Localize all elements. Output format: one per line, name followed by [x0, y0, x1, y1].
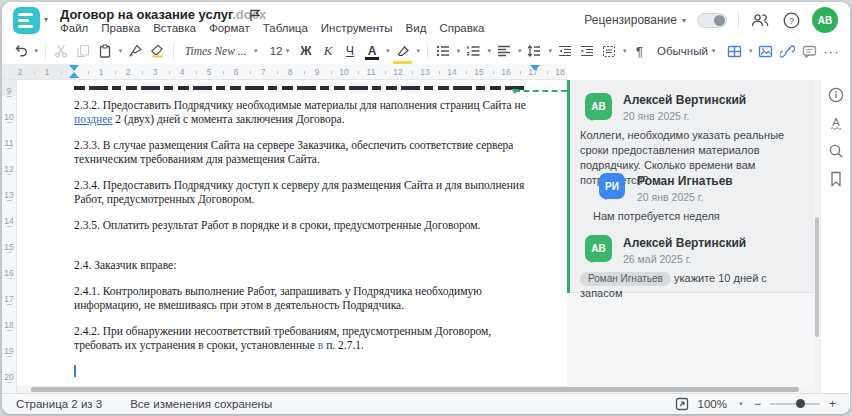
hanging-indent-marker[interactable]: [69, 72, 79, 78]
underline-button[interactable]: Ч: [339, 40, 360, 62]
bullet-list-button[interactable]: [432, 40, 453, 62]
mention-chip[interactable]: Роман Игнатьев: [580, 272, 671, 286]
highlight-color-button[interactable]: [392, 40, 413, 62]
paragraph-2-3-3: 2.3.3. В случае размещения Сайта на серв…: [74, 138, 534, 166]
paste-caret-icon[interactable]: ▾: [117, 47, 124, 55]
paragraph-borders-caret-icon[interactable]: ▾: [621, 47, 628, 55]
bookmark-icon[interactable]: [827, 170, 845, 188]
menu-edit[interactable]: Правка: [101, 22, 140, 34]
highlight-caret-icon[interactable]: ▾: [415, 47, 422, 55]
insert-comment-button[interactable]: [799, 40, 820, 62]
document-title[interactable]: Договор на оказание услуг.docx: [60, 7, 266, 22]
menu-format[interactable]: Формат: [209, 22, 250, 34]
copy-button[interactable]: [72, 40, 93, 62]
ruler-mark: 6: [234, 67, 239, 77]
insert-image-button[interactable]: [755, 40, 776, 62]
bullet-list-caret-icon[interactable]: ▾: [455, 47, 462, 55]
save-status: Все изменения сохранены: [130, 398, 272, 410]
horizontal-scrollbar[interactable]: [17, 386, 814, 393]
italic-button[interactable]: К: [317, 40, 338, 62]
spellcheck-icon[interactable]: А: [827, 114, 845, 132]
app-window: ▾ Договор на оказание услуг.docx Файл Пр…: [2, 2, 850, 414]
numbered-list-button[interactable]: [463, 40, 484, 62]
ruler-mark: 11: [367, 67, 376, 77]
review-mode-caret-icon[interactable]: ▾: [682, 16, 686, 25]
paragraph-2-3-4: 2.3.4. Предоставить Подрядчику доступ к …: [74, 178, 534, 206]
review-mode-label[interactable]: Рецензирование: [584, 13, 677, 27]
menu-help[interactable]: Справка: [439, 22, 484, 34]
format-painter-button[interactable]: [125, 40, 146, 62]
zoom-slider[interactable]: [770, 403, 820, 405]
numbered-list-caret-icon[interactable]: ▾: [486, 47, 493, 55]
insert-table-button[interactable]: [724, 40, 745, 62]
review-toggle[interactable]: [697, 13, 727, 28]
more-dots-label: ···: [823, 44, 839, 59]
zoom-slider-knob[interactable]: [796, 399, 805, 408]
align-caret-icon[interactable]: ▾: [516, 47, 523, 55]
paragraph-style-select[interactable]: Обычный ▾: [651, 45, 723, 57]
zoom-out-button[interactable]: −: [754, 397, 761, 411]
search-icon[interactable]: [827, 142, 845, 160]
ruler-mark: 10: [4, 112, 13, 122]
titlebar-right-cluster: Рецензирование ▾ ? АВ: [584, 2, 838, 38]
font-color-button[interactable]: А: [361, 40, 382, 62]
cut-button[interactable]: [50, 40, 71, 62]
ruler-mark: [7, 226, 12, 227]
ruler-mark: 3: [153, 67, 158, 77]
menu-table[interactable]: Таблица: [263, 22, 308, 34]
collaborators-icon[interactable]: [750, 10, 770, 30]
ruler-mark: 15: [4, 242, 13, 252]
status-bar: Страница 2 из 3 Все изменения сохранены …: [2, 393, 850, 414]
decrease-indent-button[interactable]: [554, 40, 575, 62]
toolbar-more-button[interactable]: ···: [821, 40, 842, 62]
comment-thread[interactable]: АВ Алексей Вертинский 20 янв 2025 г. Кол…: [567, 80, 814, 293]
font-color-caret-icon[interactable]: ▾: [384, 47, 391, 55]
page-indicator[interactable]: Страница 2 из 3: [16, 398, 102, 410]
fit-width-icon[interactable]: [675, 397, 689, 411]
zoom-value[interactable]: 100%: [698, 398, 727, 410]
ruler-mark: 20: [4, 372, 13, 382]
line-spacing-button[interactable]: [524, 40, 545, 62]
clear-style-eraser-button[interactable]: [147, 40, 168, 62]
undo-caret-icon[interactable]: ▾: [33, 47, 40, 55]
show-formatting-marks-button[interactable]: ¶: [629, 40, 650, 62]
undo-button[interactable]: [10, 40, 31, 62]
help-icon[interactable]: ?: [781, 10, 801, 30]
text-cursor: [74, 365, 76, 377]
bold-button[interactable]: Ж: [295, 40, 316, 62]
font-size-select[interactable]: 12 ▾: [267, 45, 295, 57]
info-icon[interactable]: [827, 86, 845, 104]
paragraph-borders-button[interactable]: [598, 40, 619, 62]
insert-link-button[interactable]: [777, 40, 798, 62]
menu-insert[interactable]: Вставка: [153, 22, 196, 34]
font-family-value: Times New ...: [185, 45, 251, 57]
increase-indent-button[interactable]: [576, 40, 597, 62]
ruler-mark: [277, 71, 278, 74]
insert-table-caret-icon[interactable]: ▾: [747, 47, 754, 55]
toolbar-separator: [427, 42, 428, 60]
first-line-indent-marker[interactable]: [69, 65, 79, 71]
menu-view[interactable]: Вид: [406, 22, 427, 34]
font-size-caret-icon: ▾: [283, 47, 291, 55]
font-family-select[interactable]: Times New ... ▾: [181, 41, 264, 61]
menu-file[interactable]: Файл: [60, 22, 88, 34]
paragraph-2-4-2: 2.4.2. При обнаружении несоответствий тр…: [74, 324, 534, 352]
user-avatar[interactable]: АВ: [812, 7, 838, 33]
horizontal-scrollbar-thumb[interactable]: [31, 387, 799, 392]
ruler-mark: 10: [339, 67, 348, 77]
toolbar: ▾ ▾ Times New ... ▾ 12 ▾ Ж К Ч А ▾: [2, 38, 850, 64]
ruler-mark: [7, 148, 12, 149]
menu-tools[interactable]: Инструменты: [321, 22, 393, 34]
zoom-in-button[interactable]: +: [829, 397, 836, 411]
vertical-scrollbar-thumb[interactable]: [815, 217, 819, 337]
app-logo-icon[interactable]: [13, 7, 40, 34]
titlebar-divider: [738, 11, 739, 29]
line-spacing-caret-icon[interactable]: ▾: [547, 47, 554, 55]
document-page[interactable]: 2.3.2. Предоставить Подрядчику необходим…: [17, 80, 567, 393]
align-left-button[interactable]: [493, 40, 514, 62]
app-menu-caret-icon[interactable]: ▾: [44, 15, 48, 24]
bold-label: Ж: [296, 44, 315, 58]
paste-button[interactable]: [94, 40, 115, 62]
comment-date: 20 янв 2025 г.: [623, 110, 689, 122]
zoom-caret-icon[interactable]: ▾: [737, 400, 745, 408]
